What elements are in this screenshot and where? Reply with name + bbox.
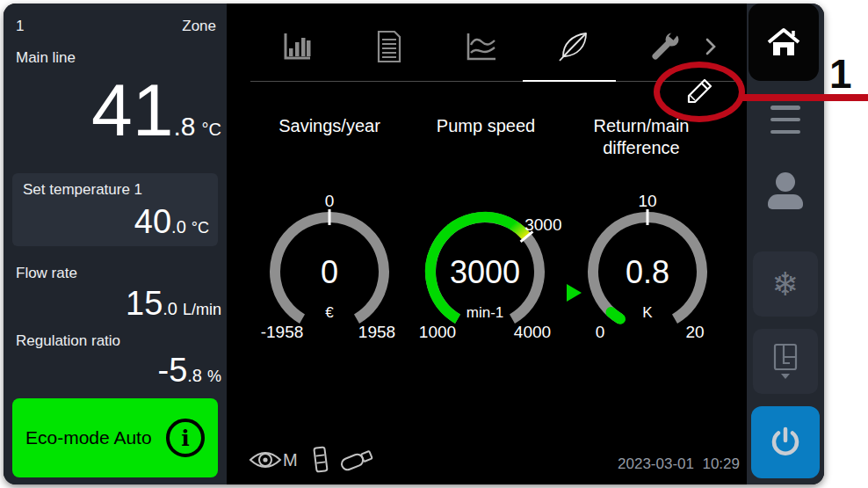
gauge-savings: 00€-19581958 [253, 188, 406, 350]
document-icon [375, 30, 403, 63]
zone-panel: 1 Zone Main line 41.8°C Set temperature … [4, 4, 227, 484]
regulation-ratio-value-dec: .8 [187, 366, 202, 386]
gauge-pump-speed: 30003000min-110004000 [409, 188, 561, 350]
menu-icon [770, 106, 800, 110]
datetime: 2023-03-01 10:29 [618, 455, 740, 473]
user-icon [776, 172, 795, 192]
snowflake-icon: ❄ [771, 268, 799, 301]
tab-eco[interactable] [556, 28, 591, 65]
zone-number: 1 [16, 18, 24, 35]
regulation-ratio-unit: % [207, 368, 221, 386]
svg-text:3000: 3000 [524, 215, 561, 234]
gauge-title-savings: Savings/year [259, 115, 400, 137]
sidebar-item-cooling[interactable]: ❄ [753, 251, 818, 317]
sidebar-item-user[interactable] [768, 172, 803, 209]
set-temperature-label: Set temperature 1 [23, 181, 142, 199]
svg-text:0: 0 [596, 323, 605, 341]
wrench-icon [649, 30, 683, 63]
regulation-ratio-value: -5.8% [158, 353, 222, 387]
eco-mode-button[interactable]: Eco-mode Auto i [12, 398, 218, 477]
leaf-icon [556, 30, 591, 63]
tab-report[interactable] [372, 28, 407, 65]
regulation-ratio-label: Regulation ratio [16, 332, 120, 350]
gauge-return-main: 100.8K020 [571, 188, 724, 350]
main-line-value: 41.8°C [91, 77, 221, 144]
flow-rate-unit: L/min [183, 301, 221, 319]
main-line-label: Main line [16, 49, 76, 67]
chevron-right-icon [704, 36, 718, 57]
usb-icon [338, 447, 375, 473]
tab-statistics[interactable] [279, 28, 315, 65]
sidebar: ❄ [747, 4, 824, 484]
svg-text:-1958: -1958 [261, 323, 304, 341]
set-temperature-value: 40.0°C [134, 205, 209, 238]
set-temperature-unit: °C [192, 219, 209, 237]
status-icons: M [249, 444, 375, 476]
monitor-mode-label: M [283, 450, 298, 470]
gauge-title-return-main: Return/main difference [571, 115, 712, 159]
annotation-label: 1 [829, 50, 852, 98]
svg-text:€: € [325, 304, 334, 321]
flow-rate-value-dec: .0 [163, 299, 177, 319]
set-temperature-value-int: 40 [134, 205, 171, 238]
power-icon [768, 425, 803, 460]
sd-card-icon [311, 445, 330, 475]
zones-icon [770, 342, 800, 381]
svg-text:0: 0 [321, 254, 338, 290]
svg-text:0: 0 [325, 192, 335, 210]
flow-rate-label: Flow rate [16, 265, 77, 282]
sidebar-item-zones[interactable] [753, 329, 818, 394]
tab-trends[interactable] [464, 28, 499, 65]
gauge-pointer-icon [567, 284, 582, 302]
zone-label: Zone [182, 18, 216, 35]
flow-rate-value-int: 15 [126, 287, 163, 320]
tab-service[interactable] [648, 28, 684, 65]
svg-text:1000: 1000 [419, 323, 456, 341]
sidebar-item-menu[interactable] [770, 106, 800, 134]
screen: 1 Zone Main line 41.8°C Set temperature … [0, 0, 868, 488]
svg-text:4000: 4000 [514, 323, 551, 341]
annotation-circle [654, 62, 745, 122]
sidebar-item-home[interactable] [749, 4, 819, 81]
info-icon[interactable]: i [166, 419, 205, 457]
home-icon [764, 25, 803, 60]
main-line-value-dec: .8 [174, 112, 196, 142]
main-line-unit: °C [202, 120, 221, 140]
svg-text:0.8: 0.8 [626, 254, 669, 290]
set-temperature-card[interactable]: Set temperature 1 40.0°C [12, 173, 218, 246]
svg-text:20: 20 [685, 323, 704, 341]
toolbar-more-button[interactable] [701, 35, 720, 58]
eye-icon [249, 448, 282, 471]
svg-text:10: 10 [638, 192, 656, 210]
line-chart-icon [465, 31, 498, 62]
svg-text:K: K [642, 304, 653, 321]
flow-rate-value: 15.0L/min [126, 287, 221, 320]
svg-text:min-1: min-1 [467, 304, 504, 321]
eco-mode-label: Eco-mode Auto [25, 427, 152, 448]
bar-chart-icon [281, 31, 313, 62]
set-temperature-value-dec: .0 [171, 217, 186, 237]
active-tab-indicator [523, 80, 616, 82]
main-line-value-int: 41 [91, 77, 173, 144]
svg-text:1958: 1958 [358, 323, 395, 341]
power-button[interactable] [751, 406, 820, 478]
gauge-title-pump-speed: Pump speed [416, 115, 556, 137]
regulation-ratio-value-int: -5 [158, 353, 188, 387]
svg-text:3000: 3000 [450, 254, 520, 290]
